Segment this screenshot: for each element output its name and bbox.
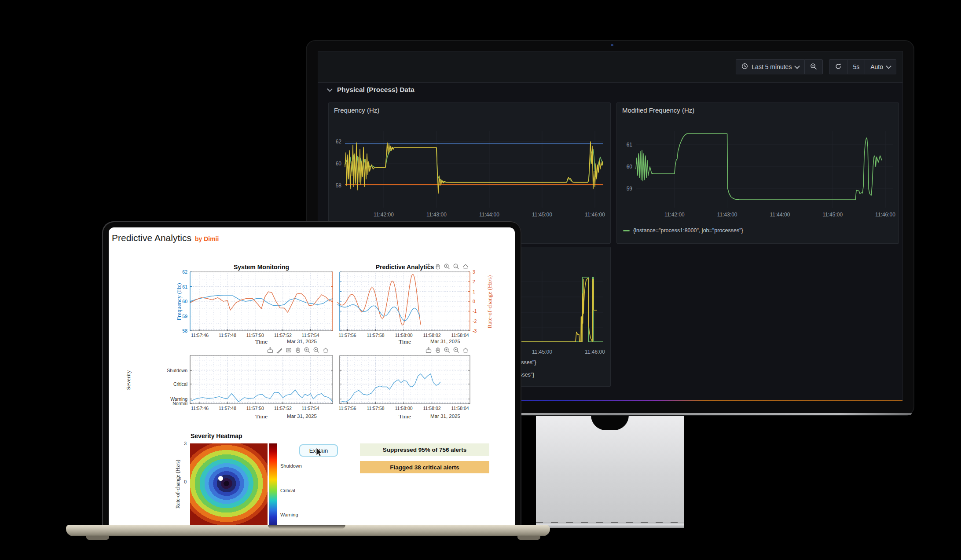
svg-text:Warning: Warning [170,396,187,402]
date-label: Mar 31, 2025 [271,414,333,419]
zoom-in-icon[interactable] [444,347,451,355]
modified-frequency-chart[interactable]: 11:42:0011:43:0011:44:0011:45:0011:46:00… [617,103,899,244]
laptop-lid: Predictive Analytics by Dimii System Mon… [102,221,521,525]
svg-text:1: 1 [473,289,475,294]
svg-text:11:42:00: 11:42:00 [664,212,685,218]
export-icon[interactable] [425,347,432,355]
chevron-down-icon [795,63,800,69]
app-title-bar: Predictive Analytics by Dimii [112,233,219,243]
svg-text:62: 62 [336,139,342,145]
legend-label: {instance="process1:8000", job="processe… [633,227,743,234]
svg-text:11:42:00: 11:42:00 [374,212,394,218]
monitor-stand-base [536,522,684,528]
svg-text:58: 58 [336,183,342,189]
svg-text:11:58:00: 11:58:00 [395,406,413,411]
pan-icon[interactable] [294,347,301,355]
legend-series-color [623,230,630,231]
zoom-out-button[interactable] [804,59,823,74]
zoom-in-icon[interactable] [304,347,311,355]
zoom-out-icon [810,63,817,71]
svg-text:11:44:00: 11:44:00 [479,212,499,218]
system-monitoring-plot[interactable]: 11:57:4611:57:4811:57:5011:57:5211:57:54… [167,259,337,343]
app-byline: by Dimii [195,235,219,242]
zoom-out-icon[interactable] [313,347,320,355]
zoom-out-icon[interactable] [453,347,460,355]
colorbar-label-shutdown: Shutdown [280,463,302,468]
svg-text:11:57:58: 11:57:58 [367,406,385,411]
laptop-screen: Predictive Analytics by Dimii System Mon… [109,227,515,525]
svg-text:11:57:46: 11:57:46 [191,333,209,338]
refresh-icon [835,63,842,71]
svg-text:11:57:52: 11:57:52 [274,406,292,411]
ylabel-severity: Severity [125,356,132,404]
datatip-icon[interactable] [285,347,292,355]
brush-icon[interactable] [276,347,283,355]
svg-text:11:57:56: 11:57:56 [339,406,356,411]
section-title: Physical (Process) Data [337,86,414,94]
home-icon[interactable] [462,263,469,272]
svg-text:11:57:54: 11:57:54 [302,406,319,411]
laptop-foot [86,536,109,540]
svg-text:11:43:00: 11:43:00 [717,212,737,218]
svg-text:11:44:00: 11:44:00 [770,212,790,218]
refresh-mode-dropdown[interactable]: Auto [865,59,896,74]
chevron-down-icon [886,63,891,69]
alert-suppressed: Suppressed 95% of 756 alerts [360,443,489,456]
date-label: Mar 31, 2025 [414,414,476,419]
home-icon[interactable] [322,347,329,355]
grafana-navbar: Last 5 minutes 5s Auto [318,51,902,83]
export-icon[interactable] [267,347,274,355]
svg-text:61: 61 [627,142,633,148]
svg-text:11:57:50: 11:57:50 [246,333,264,338]
svg-text:-2: -2 [473,318,477,324]
zoom-out-icon[interactable] [453,263,460,272]
svg-text:-3: -3 [473,328,477,333]
heatmap-ytick-0: 0 [180,479,187,484]
home-icon[interactable] [462,347,469,355]
app-title: Predictive Analytics [112,233,191,243]
pan-icon[interactable] [434,347,441,355]
time-range-picker[interactable]: Last 5 minutes [736,59,805,74]
zoom-in-icon[interactable] [444,263,451,272]
svg-text:11:45:00: 11:45:00 [532,349,552,355]
svg-text:11:43:00: 11:43:00 [426,212,447,218]
colorbar-label-critical: Critical [280,488,295,493]
time-range-label: Last 5 minutes [752,63,792,70]
svg-text:59: 59 [627,186,633,192]
svg-text:0: 0 [473,299,475,304]
svg-text:60: 60 [182,299,187,304]
power-led [611,44,613,46]
heatmap-title: Severity Heatmap [191,432,270,439]
severity-heatmap[interactable] [190,443,268,525]
ylabel-rate-of-change: Rate-of-change (Hz/s) [486,264,493,339]
plot-toolbar [267,347,329,355]
svg-text:11:57:54: 11:57:54 [302,333,319,338]
refresh-interval-button[interactable]: 5s [847,59,865,74]
legend-item[interactable]: {instance="process1:8000", job="processe… [623,227,743,234]
svg-text:11:58:02: 11:58:02 [423,333,441,338]
svg-text:11:58:04: 11:58:04 [451,406,469,411]
export-icon[interactable] [425,263,432,272]
pan-icon[interactable] [434,263,441,272]
svg-text:11:57:50: 11:57:50 [246,406,264,411]
svg-text:2: 2 [473,279,475,284]
alert-flagged: Flagged 38 critical alerts [360,461,489,473]
severity-colorbar [269,443,277,525]
refresh-interval-label: 5s [853,63,859,70]
svg-text:11:46:00: 11:46:00 [875,212,895,218]
svg-text:Critical: Critical [173,381,187,387]
svg-text:11:58:04: 11:58:04 [451,333,469,338]
svg-text:11:58:02: 11:58:02 [423,406,441,411]
svg-text:11:57:52: 11:57:52 [274,333,292,338]
svg-text:61: 61 [182,284,187,289]
cursor-pointer [315,447,325,458]
svg-text:11:57:48: 11:57:48 [219,406,236,411]
ylabel-frequency: Frequency (Hz) [176,264,183,339]
section-header-physical-process-data[interactable]: Physical (Process) Data [328,86,414,94]
svg-text:60: 60 [336,161,342,167]
svg-text:11:45:00: 11:45:00 [532,212,552,218]
svg-text:11:57:48: 11:57:48 [219,333,236,338]
refresh-button[interactable] [829,59,847,74]
laptop-foot [517,536,540,540]
plot-toolbar [425,263,469,272]
